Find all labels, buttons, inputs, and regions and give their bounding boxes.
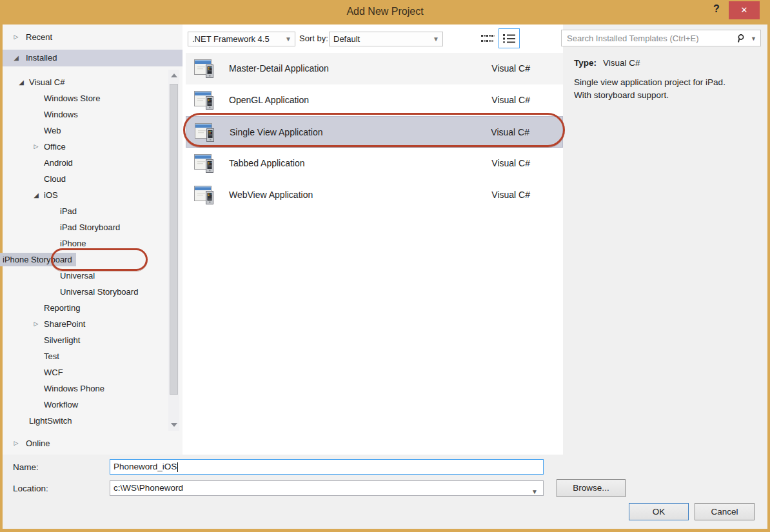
template-description: Single view application project for iPad… (574, 76, 767, 102)
sidebar-item-cloud[interactable]: Cloud (3, 171, 168, 187)
scroll-up-icon[interactable] (171, 74, 177, 77)
sidebar-item-label: LightSwitch (29, 413, 72, 429)
sidebar-item-label: Recent (26, 32, 52, 42)
template-name: Tabbed Application (229, 148, 305, 179)
sidebar-item-office[interactable]: ▷Office (3, 139, 168, 155)
template-list-item[interactable]: Tabbed Application Visual C# (186, 148, 563, 179)
scroll-down-icon[interactable] (171, 423, 177, 427)
sidebar-item-label: SharePoint (44, 316, 85, 332)
sidebar-item-android[interactable]: Android (3, 155, 168, 171)
sort-dropdown[interactable]: Default ▼ (329, 32, 443, 46)
sidebar-item-label: Windows Phone (44, 380, 104, 397)
sidebar-item-label: Installed (26, 53, 57, 63)
sidebar-item-windows[interactable]: Windows (3, 106, 168, 123)
framework-dropdown[interactable]: .NET Framework 4.5 ▼ (188, 32, 295, 46)
list-view-button[interactable] (499, 28, 520, 48)
scrollbar-thumb[interactable] (170, 84, 178, 395)
sidebar-item-sharepoint[interactable]: ▷SharePoint (3, 316, 168, 332)
sort-value: Default (330, 32, 442, 44)
template-name: WebView Application (229, 179, 313, 211)
expand-icon[interactable]: ▷ (32, 316, 41, 332)
template-list: Master-Detail Application Visual C# Open… (186, 53, 563, 211)
ok-button[interactable]: OK (629, 503, 689, 520)
expand-icon[interactable]: ▷ (12, 29, 21, 45)
sidebar-item-recent[interactable]: ▷ Recent (3, 29, 183, 45)
chevron-down-icon[interactable]: ▼ (751, 35, 756, 42)
location-label: Location: (13, 484, 48, 493)
sidebar-item-workflow[interactable]: Workflow (3, 397, 168, 413)
template-name: Master-Detail Application (229, 53, 329, 84)
sidebar-item-windows-phone[interactable]: Windows Phone (3, 380, 168, 397)
template-list-item[interactable]: Single View Application Visual C# (186, 116, 563, 148)
sidebar-item-lightswitch[interactable]: LightSwitch (3, 413, 168, 429)
sidebar-item-label: Test (44, 348, 59, 364)
sidebar-item-visual-c-[interactable]: ◢Visual C# (3, 74, 168, 90)
template-language: Visual C# (491, 84, 530, 116)
expand-icon[interactable]: ▷ (12, 435, 21, 451)
sidebar-item-ios[interactable]: ◢iOS (3, 187, 168, 203)
sidebar-item-ipad-storyboard[interactable]: iPad Storyboard (3, 219, 168, 235)
sidebar-item-iphone[interactable]: iPhone (3, 235, 168, 251)
sidebar-item-label: Cloud (44, 171, 66, 187)
sidebar-item-windows-store[interactable]: Windows Store (3, 90, 168, 106)
template-list-item[interactable]: WebView Application Visual C# (186, 179, 563, 211)
sidebar-item-label: iOS (44, 187, 58, 203)
title-bar[interactable]: Add New Project ? ✕ (0, 0, 770, 25)
dialog-title: Add New Project (0, 6, 770, 17)
sidebar-item-label: Silverlight (44, 332, 80, 348)
text-caret (177, 462, 178, 472)
sidebar-item-label: Universal (60, 268, 95, 284)
sidebar-item-universal[interactable]: Universal (3, 268, 168, 284)
sidebar-item-label: iPad Storyboard (60, 219, 120, 235)
sidebar-item-label: Web (44, 123, 61, 139)
application-template-icon (193, 152, 216, 175)
chevron-down-icon: ▼ (285, 35, 291, 43)
sidebar-item-label: Universal Storyboard (60, 284, 138, 300)
sidebar-item-installed[interactable]: ◢ Installed (3, 50, 183, 66)
sidebar-item-label: Online (26, 438, 50, 448)
sidebar-item-test[interactable]: Test (3, 348, 168, 364)
sidebar-item-label: Windows (44, 106, 78, 123)
chevron-down-icon[interactable]: ▼ (531, 485, 538, 499)
browse-button[interactable]: Browse... (557, 479, 626, 497)
sidebar-item-label: iPhone Storyboard (0, 253, 76, 266)
application-template-icon (193, 121, 217, 144)
category-tree: ◢Visual C#Windows StoreWindowsWeb▷Office… (3, 74, 168, 429)
sidebar-item-label: Office (44, 139, 66, 155)
location-combobox[interactable]: c:\WS\Phoneword ▼ (110, 480, 544, 496)
template-language: Visual C# (491, 117, 529, 148)
chevron-down-icon: ▼ (433, 35, 439, 43)
sidebar-item-web[interactable]: Web (3, 123, 168, 139)
sidebar-item-online[interactable]: ▷ Online (3, 435, 183, 451)
sidebar-item-universal-storyboard[interactable]: Universal Storyboard (3, 284, 168, 300)
sidebar-item-label: Reporting (44, 300, 80, 316)
collapse-icon[interactable]: ◢ (32, 187, 41, 203)
collapse-icon[interactable]: ◢ (17, 74, 26, 90)
close-icon[interactable]: ✕ (729, 1, 760, 19)
sidebar-item-silverlight[interactable]: Silverlight (3, 332, 168, 348)
sidebar-item-label: Android (44, 155, 73, 171)
help-icon[interactable]: ? (709, 3, 724, 19)
cancel-button[interactable]: Cancel (695, 503, 755, 520)
name-label: Name: (13, 462, 39, 472)
template-list-item[interactable]: Master-Detail Application Visual C# (186, 53, 563, 84)
collapse-icon[interactable]: ◢ (12, 50, 21, 66)
sidebar-item-reporting[interactable]: Reporting (3, 300, 168, 316)
small-icons-view-button[interactable] (479, 30, 497, 48)
template-list-item[interactable]: OpenGL Application Visual C# (186, 84, 563, 116)
sidebar-scrollbar[interactable] (168, 70, 179, 431)
sidebar-item-wcf[interactable]: WCF (3, 364, 168, 380)
sidebar-item-ipad[interactable]: iPad (3, 203, 168, 219)
template-type-line: Type:Visual C# (574, 58, 640, 68)
search-input[interactable]: Search Installed Templates (Ctrl+E) ▼ (561, 30, 761, 46)
application-template-icon (193, 57, 216, 80)
list-view-icon (503, 34, 516, 44)
sort-by-label: Sort by: (299, 34, 328, 43)
sidebar-item-iphone-storyboard[interactable]: iPhone Storyboard (3, 251, 168, 268)
location-value: c:\WS\Phoneword (114, 483, 183, 493)
expand-icon[interactable]: ▷ (32, 139, 41, 155)
sidebar-item-label: Visual C# (29, 74, 64, 90)
name-input[interactable]: Phoneword_iOS (110, 459, 544, 475)
sidebar-item-label: WCF (44, 364, 63, 380)
search-icon[interactable] (736, 34, 746, 44)
